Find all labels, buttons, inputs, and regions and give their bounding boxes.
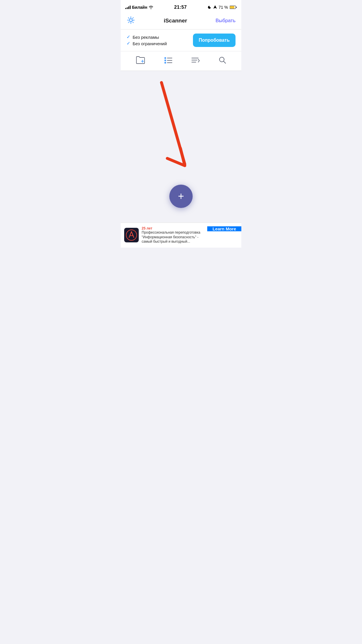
promo-item-2: ✓ Без ограничений [126, 41, 167, 46]
app-title: iScanner [164, 18, 187, 24]
list-view-button[interactable] [163, 55, 174, 66]
new-folder-button[interactable] [135, 55, 146, 67]
search-button[interactable] [217, 55, 227, 67]
settings-button[interactable] [126, 16, 135, 26]
main-content [121, 71, 241, 223]
promo-item-1: ✓ Без рекламы [126, 34, 167, 40]
svg-point-8 [164, 62, 166, 64]
carrier-name: Билайн [132, 5, 147, 10]
ad-description: Профессиональная переподготовка "Информа… [142, 230, 204, 244]
arrow-annotation [135, 80, 199, 179]
status-time: 21:57 [174, 5, 187, 10]
ad-icon [124, 228, 139, 242]
promo-text: ✓ Без рекламы ✓ Без ограничений [126, 34, 167, 46]
search-icon [219, 56, 226, 64]
add-fab-button[interactable] [169, 185, 193, 208]
signal-bars [125, 6, 131, 9]
toolbar [121, 51, 241, 71]
battery-icon [230, 6, 237, 9]
select-button[interactable]: Выбрать [216, 18, 236, 24]
status-bar: Билайн 21:57 71 % [121, 0, 241, 13]
check-icon-1: ✓ [126, 34, 130, 40]
svg-rect-1 [230, 6, 234, 8]
moon-icon [208, 5, 212, 9]
promo-banner: ✓ Без рекламы ✓ Без ограничений Попробов… [121, 29, 241, 51]
wifi-icon [149, 6, 153, 9]
sort-button[interactable] [190, 55, 201, 66]
sort-icon [191, 57, 200, 64]
status-left: Билайн [125, 5, 153, 10]
try-button[interactable]: Попробовать [193, 34, 236, 47]
check-icon-2: ✓ [126, 41, 130, 46]
battery-percent: 71 % [219, 5, 228, 10]
svg-point-6 [164, 57, 166, 59]
gear-icon [126, 16, 135, 24]
status-right: 71 % [208, 5, 237, 10]
navbar: iScanner Выбрать [121, 13, 241, 29]
location-icon [213, 5, 217, 9]
svg-line-16 [224, 61, 226, 63]
new-folder-icon [136, 56, 145, 64]
ad-years: 25 лет [142, 226, 204, 230]
svg-point-2 [130, 19, 132, 22]
ad-text-container: 25 лет Профессиональная переподготовка "… [142, 226, 207, 244]
learn-more-button[interactable]: Learn More [207, 226, 241, 231]
ad-banner: 25 лет Профессиональная переподготовка "… [121, 223, 241, 248]
list-view-icon [164, 57, 173, 64]
svg-point-7 [164, 60, 166, 61]
promo-text-2: Без ограничений [133, 41, 167, 46]
promo-text-1: Без рекламы [133, 35, 159, 40]
